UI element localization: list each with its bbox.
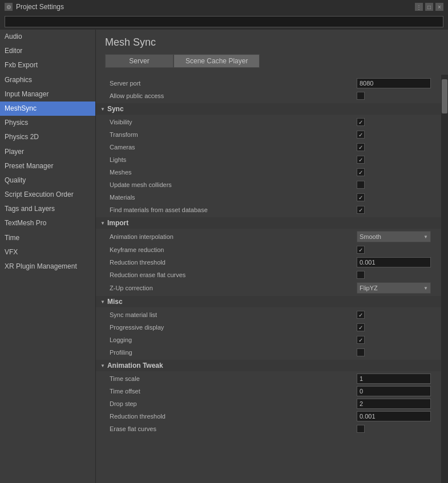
- sidebar-item-preset-manager[interactable]: Preset Manager: [0, 159, 95, 173]
- profiling-label: Profiling: [105, 349, 357, 356]
- sidebar-item-physics2d[interactable]: Physics 2D: [0, 130, 95, 144]
- scrollbar-thumb[interactable]: [442, 79, 447, 113]
- import-section-label: Import: [107, 219, 128, 227]
- sidebar-item-physics[interactable]: Physics: [0, 116, 95, 130]
- sidebar-item-fxb-export[interactable]: Fxb Export: [0, 58, 95, 72]
- sidebar-item-audio[interactable]: Audio: [0, 30, 95, 44]
- time-scale-row: Time scale: [96, 372, 441, 385]
- sidebar-item-input-manager[interactable]: Input Manager: [0, 87, 95, 102]
- anim-interp-row: Animation interpolation Smooth ▼: [96, 230, 441, 243]
- import-section-header[interactable]: ▼ Import: [96, 217, 441, 229]
- server-port-row: Server port: [96, 77, 441, 90]
- meshes-checkbox[interactable]: [357, 168, 365, 176]
- time-offset-input[interactable]: [357, 386, 431, 396]
- title-bar: ⚙ Project Settings ⋮ □ ×: [0, 0, 448, 14]
- erase-flat-curves-anim-row: Erase flat curves: [96, 423, 441, 435]
- drop-step-input[interactable]: [357, 399, 431, 409]
- materials-checkbox[interactable]: [357, 193, 365, 201]
- anim-interp-dropdown[interactable]: Smooth ▼: [357, 231, 431, 242]
- cameras-row: Cameras: [96, 141, 441, 153]
- allow-public-access-checkbox[interactable]: [357, 92, 365, 100]
- sidebar-item-vfx[interactable]: VFX: [0, 245, 95, 259]
- sidebar-item-quality[interactable]: Quality: [0, 173, 95, 188]
- tab-bar: Server Scene Cache Player: [105, 54, 439, 68]
- content-area: Mesh Sync Server Scene Cache Player Serv…: [96, 30, 448, 483]
- server-port-input[interactable]: [357, 78, 431, 88]
- anim-reduction-threshold-input[interactable]: [357, 411, 431, 421]
- tab-server[interactable]: Server: [105, 54, 173, 68]
- anim-tweak-triangle: ▼: [100, 363, 105, 368]
- tab-scene-cache-player[interactable]: Scene Cache Player: [173, 54, 260, 68]
- visibility-row: Visibility: [96, 116, 441, 128]
- sync-material-list-checkbox[interactable]: [357, 311, 365, 319]
- misc-section-header[interactable]: ▼ Misc: [96, 296, 441, 307]
- server-port-value: [357, 78, 437, 88]
- zup-correction-value: FlipYZ: [360, 285, 378, 291]
- sidebar-item-tags-and-layers[interactable]: Tags and Layers: [0, 202, 95, 216]
- reduction-threshold-row: Reduction threshold: [96, 256, 441, 269]
- update-mesh-colliders-row: Update mesh colliders: [96, 178, 441, 191]
- content-header: Mesh Sync Server Scene Cache Player: [96, 30, 448, 75]
- zup-correction-row: Z-Up correction FlipYZ ▼: [96, 281, 441, 295]
- sidebar-item-graphics[interactable]: Graphics: [0, 73, 95, 87]
- anim-interp-label: Animation interpolation: [105, 233, 357, 240]
- anim-interp-arrow: ▼: [423, 234, 428, 240]
- cameras-checkbox[interactable]: [357, 143, 365, 151]
- transform-label: Transform: [105, 131, 357, 138]
- keyframe-reduction-label: Keyframe reduction: [105, 246, 357, 253]
- update-mesh-colliders-label: Update mesh colliders: [105, 181, 357, 188]
- transform-checkbox[interactable]: [357, 131, 365, 139]
- zup-correction-dropdown[interactable]: FlipYZ ▼: [357, 282, 431, 294]
- find-materials-row: Find materials from asset database: [96, 204, 441, 216]
- progressive-display-label: Progressive display: [105, 324, 357, 331]
- logging-label: Logging: [105, 336, 357, 343]
- profiling-row: Profiling: [96, 346, 441, 359]
- anim-tweak-section-header[interactable]: ▼ Animation Tweak: [96, 360, 441, 371]
- search-input[interactable]: [5, 16, 443, 27]
- find-materials-label: Find materials from asset database: [105, 206, 357, 213]
- sync-section-header[interactable]: ▼ Sync: [96, 103, 441, 115]
- logging-row: Logging: [96, 334, 441, 346]
- drop-step-row: Drop step: [96, 397, 441, 410]
- lights-checkbox[interactable]: [357, 156, 365, 164]
- lights-label: Lights: [105, 156, 357, 163]
- sidebar-item-meshsync[interactable]: MeshSync: [0, 102, 95, 116]
- time-offset-row: Time offset: [96, 385, 441, 397]
- menu-button[interactable]: ⋮: [415, 3, 423, 11]
- sidebar-item-script-execution[interactable]: Script Execution Order: [0, 188, 95, 202]
- erase-flat-curves-anim-checkbox[interactable]: [357, 425, 365, 433]
- time-offset-label: Time offset: [105, 388, 357, 395]
- window-controls: ⋮ □ ×: [415, 3, 443, 11]
- logging-checkbox[interactable]: [357, 336, 365, 344]
- erase-flat-curves-checkbox[interactable]: [357, 271, 365, 279]
- meshes-row: Meshes: [96, 166, 441, 178]
- import-triangle: ▼: [100, 221, 105, 226]
- progressive-display-checkbox[interactable]: [357, 323, 365, 331]
- close-button[interactable]: ×: [435, 3, 443, 11]
- find-materials-checkbox[interactable]: [357, 206, 365, 214]
- sync-material-list-label: Sync material list: [105, 311, 357, 318]
- sidebar-item-xr-plugin[interactable]: XR Plugin Management: [0, 259, 95, 274]
- sidebar-item-time[interactable]: Time: [0, 231, 95, 245]
- time-scale-input[interactable]: [357, 374, 431, 384]
- app-icon: ⚙: [5, 3, 13, 11]
- anim-reduction-threshold-label: Reduction threshold: [105, 413, 357, 420]
- allow-public-access-value: [357, 92, 437, 100]
- sync-triangle: ▼: [100, 107, 105, 112]
- update-mesh-colliders-checkbox[interactable]: [357, 181, 365, 189]
- keyframe-reduction-checkbox[interactable]: [357, 246, 365, 254]
- time-scale-label: Time scale: [105, 375, 357, 382]
- profiling-checkbox[interactable]: [357, 348, 365, 356]
- sync-material-list-row: Sync material list: [96, 309, 441, 321]
- scrollbar-track[interactable]: [441, 75, 448, 483]
- visibility-checkbox[interactable]: [357, 118, 365, 126]
- keyframe-reduction-row: Keyframe reduction: [96, 243, 441, 256]
- sidebar-item-player[interactable]: Player: [0, 145, 95, 159]
- progressive-display-row: Progressive display: [96, 321, 441, 334]
- restore-button[interactable]: □: [425, 3, 433, 11]
- allow-public-access-row: Allow public access: [96, 90, 441, 102]
- visibility-label: Visibility: [105, 119, 357, 125]
- sidebar-item-textmesh-pro[interactable]: TextMesh Pro: [0, 216, 95, 230]
- sidebar-item-editor[interactable]: Editor: [0, 44, 95, 58]
- reduction-threshold-input[interactable]: [357, 257, 431, 267]
